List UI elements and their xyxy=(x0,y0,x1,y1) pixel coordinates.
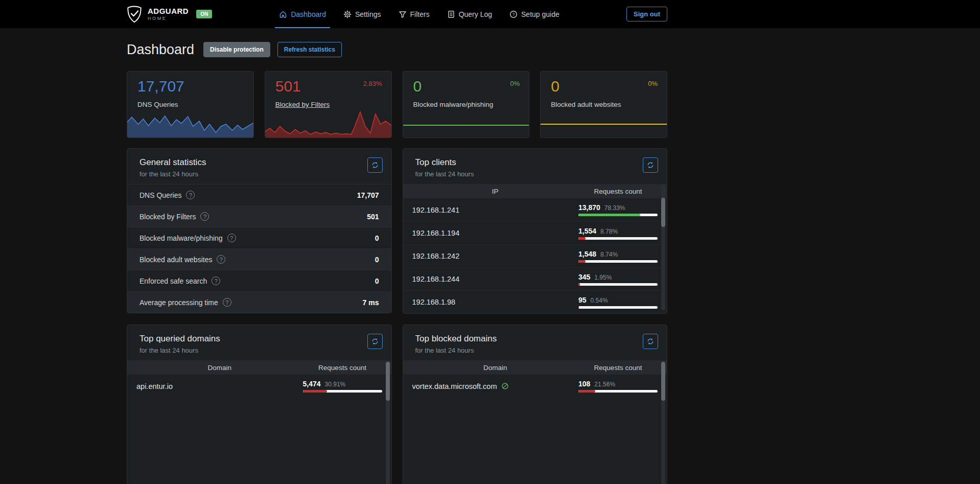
stat-value: 17,707 xyxy=(137,78,184,95)
question-circle-icon: ? xyxy=(509,10,518,18)
stats-row: Blocked by Filters ? 501 xyxy=(127,205,391,227)
bottom-row: Top queried domains for the last 24 hour… xyxy=(127,325,667,484)
help-icon[interactable]: ? xyxy=(212,276,220,285)
row-value: 0 xyxy=(375,256,379,264)
request-count: 1,554 xyxy=(578,227,596,235)
request-percent: 0.54% xyxy=(591,297,608,304)
help-icon[interactable]: ? xyxy=(217,255,225,264)
scrollbar-track[interactable] xyxy=(661,361,665,484)
nav-item-setup-guide[interactable]: ? Setup guide xyxy=(509,0,559,28)
stat-label: Blocked adult websites xyxy=(551,101,621,108)
row-label: DNS Queries xyxy=(139,191,181,199)
card-title: General statistics xyxy=(139,157,379,168)
blocked-domain[interactable]: vortex.data.microsoft.com xyxy=(412,382,579,390)
card-title: Top clients xyxy=(415,157,655,168)
progress-bar xyxy=(578,237,658,240)
sign-out-button[interactable]: Sign out xyxy=(626,7,667,21)
brand[interactable]: ADGUARD HOME ON xyxy=(127,6,212,23)
top-navbar: ADGUARD HOME ON Dashboard xyxy=(0,0,980,28)
scrollbar-thumb[interactable] xyxy=(386,362,390,401)
table-row: api.entur.io 5,474 30.91% xyxy=(127,375,391,398)
nav-item-query-log[interactable]: Query Log xyxy=(447,0,492,28)
refresh-icon xyxy=(647,162,654,169)
refresh-button[interactable] xyxy=(367,157,383,173)
queried-domain[interactable]: api.entur.io xyxy=(136,382,303,390)
progress-bar xyxy=(578,283,658,286)
refresh-statistics-button[interactable]: Refresh statistics xyxy=(277,42,342,57)
client-ip[interactable]: 192.168.1.194 xyxy=(412,229,579,237)
column-header-requests: Requests count xyxy=(578,188,658,195)
column-header-domain: Domain xyxy=(136,364,303,372)
request-count: 1,548 xyxy=(578,250,596,258)
stat-value: 0 xyxy=(413,78,422,95)
svg-text:?: ? xyxy=(512,12,515,17)
scrollbar-thumb[interactable] xyxy=(661,198,665,227)
column-header-domain: Domain xyxy=(412,364,579,372)
table-row: vortex.data.microsoft.com 108 21.56% xyxy=(403,375,667,398)
request-percent: 1.95% xyxy=(594,274,612,281)
client-ip[interactable]: 192.168.1.98 xyxy=(412,298,579,306)
scrollbar-track[interactable] xyxy=(661,185,665,310)
row-value: 0 xyxy=(375,277,379,285)
nav-item-dashboard[interactable]: Dashboard xyxy=(279,0,326,28)
blocked-domain-icon[interactable] xyxy=(501,382,509,390)
help-icon[interactable]: ? xyxy=(186,191,195,199)
progress-bar-fill xyxy=(578,260,586,263)
row-label: Blocked by Filters xyxy=(139,213,196,221)
row-label: Enforced safe search xyxy=(139,277,207,285)
help-icon[interactable]: ? xyxy=(200,212,209,221)
help-icon[interactable]: ? xyxy=(223,298,231,307)
refresh-button[interactable] xyxy=(367,334,383,349)
nav-item-settings[interactable]: Settings xyxy=(343,0,381,28)
card-title: Top queried domains xyxy=(139,334,379,344)
blocked-domain-text: vortex.data.microsoft.com xyxy=(412,382,497,390)
nav-label: Dashboard xyxy=(291,10,326,18)
nav-label: Setup guide xyxy=(521,10,559,18)
table-row: 192.168.1.241 13,870 78.33% xyxy=(403,198,667,221)
request-count: 5,474 xyxy=(303,380,321,388)
request-percent: 8.74% xyxy=(600,251,618,258)
progress-bar-fill xyxy=(578,306,579,309)
help-icon[interactable]: ? xyxy=(227,234,236,242)
refresh-icon xyxy=(647,338,654,345)
column-header-ip: IP xyxy=(412,188,579,195)
request-count: 13,870 xyxy=(578,203,600,212)
card-title: Top blocked domains xyxy=(415,334,655,344)
request-count: 108 xyxy=(578,380,590,388)
progress-bar xyxy=(303,390,382,393)
brand-text: ADGUARD HOME xyxy=(148,7,189,21)
request-percent: 21.56% xyxy=(594,381,615,388)
client-ip[interactable]: 192.168.1.242 xyxy=(412,252,579,260)
nav-item-filters[interactable]: Filters xyxy=(399,0,430,28)
nav-label: Filters xyxy=(410,10,430,18)
main-nav: Dashboard Settings xyxy=(212,0,626,28)
request-percent: 78.33% xyxy=(604,204,625,212)
client-ip[interactable]: 192.168.1.244 xyxy=(412,275,579,283)
refresh-button[interactable] xyxy=(643,157,658,173)
refresh-icon xyxy=(371,338,379,345)
client-ip[interactable]: 192.168.1.241 xyxy=(412,206,579,214)
row-label: Blocked adult websites xyxy=(139,256,212,264)
disable-protection-button[interactable]: Disable protection xyxy=(203,42,270,57)
stat-card-dns-queries: 17,707 DNS Queries xyxy=(127,71,254,138)
progress-bar-fill xyxy=(578,214,640,216)
general-statistics-card: General statistics for the last 24 hours xyxy=(127,148,392,313)
brand-subtitle: HOME xyxy=(148,16,189,21)
flat-sparkline-chart xyxy=(403,125,529,126)
stat-percent: 0% xyxy=(510,80,520,87)
table-row: 192.168.1.194 1,554 8.78% xyxy=(403,221,667,244)
scrollbar-thumb[interactable] xyxy=(661,362,665,401)
page-title: Dashboard xyxy=(127,42,194,58)
table-row: 192.168.1.244 345 1.95% xyxy=(403,267,667,290)
top-clients-table: 192.168.1.241 13,870 78.33% 192 xyxy=(403,198,667,313)
refresh-button[interactable] xyxy=(643,334,658,349)
stat-cards: 17,707 DNS Queries 501 Blocked by Filter… xyxy=(127,71,667,138)
request-percent: 8.78% xyxy=(600,228,618,235)
page-header: Dashboard Disable protection Refresh sta… xyxy=(127,40,667,59)
scrollbar-track[interactable] xyxy=(386,361,390,484)
home-icon xyxy=(279,10,287,18)
progress-bar xyxy=(578,390,658,393)
stat-label: Blocked malware/phishing xyxy=(413,101,494,108)
top-clients-card: Top clients for the last 24 hours IP Req… xyxy=(403,148,668,314)
row-value: 501 xyxy=(367,213,379,221)
